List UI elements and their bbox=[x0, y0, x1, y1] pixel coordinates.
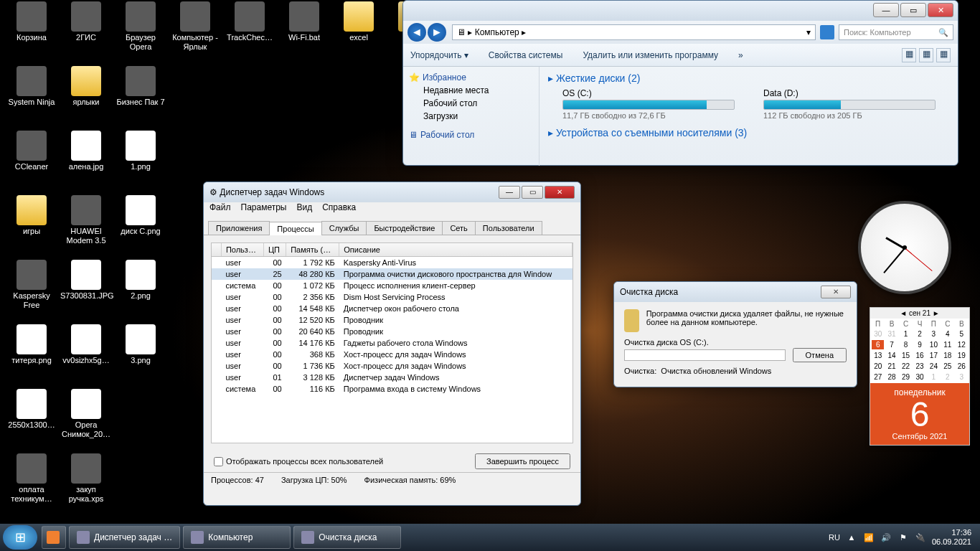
view-tiles-icon[interactable]: ▦ bbox=[902, 48, 916, 62]
cleanup-target: Очистка диска OS (C:). bbox=[624, 338, 847, 347]
maximize-button[interactable]: ▭ bbox=[900, 3, 926, 17]
clock[interactable]: 17:3606.09.2021 bbox=[932, 528, 971, 547]
desktop-icon[interactable]: 2550x1300… bbox=[6, 389, 57, 430]
calendar-day: 6 bbox=[870, 397, 969, 432]
toolbar-item[interactable]: Удалить или изменить программу bbox=[583, 50, 718, 60]
drive[interactable]: OS (C:)11,7 ГБ свободно из 72,6 ГБ bbox=[562, 88, 735, 120]
desktop-icon[interactable]: диск C.png bbox=[115, 195, 166, 236]
desktop-icon[interactable]: HUAWEI Modem 3.5 bbox=[60, 195, 112, 245]
desktop-icon[interactable]: титеря.png bbox=[6, 324, 57, 365]
desktop-icon[interactable]: алена.jpg bbox=[60, 131, 112, 171]
table-row[interactable]: user2548 280 КБПрограмма очистки дисково… bbox=[212, 268, 573, 280]
desktop-icon[interactable]: оплата техникум… bbox=[6, 453, 57, 504]
tab[interactable]: Быстродействие bbox=[366, 221, 443, 235]
table-row[interactable]: user002 356 КБDism Host Servicing Proces… bbox=[212, 291, 573, 303]
removable-section[interactable]: ▸ Устройства со съемными носителями (3) bbox=[548, 127, 949, 138]
desktop-icon[interactable]: 2.png bbox=[115, 260, 166, 301]
toolbar-item[interactable]: Упорядочить ▾ bbox=[410, 50, 468, 60]
desktop-icon[interactable]: игры bbox=[6, 195, 57, 236]
search-input[interactable]: Поиск: Компьютер 🔍 bbox=[839, 24, 953, 40]
desktop-icon[interactable]: CCleaner bbox=[6, 131, 57, 171]
desktop-icon[interactable]: System Ninja bbox=[6, 66, 57, 107]
back-button[interactable]: ◄ bbox=[407, 23, 426, 42]
desktop-icon[interactable]: Kaspersky Free bbox=[6, 260, 57, 310]
tab[interactable]: Службы bbox=[321, 221, 367, 235]
tab[interactable]: Приложения bbox=[208, 221, 270, 235]
table-row[interactable]: user0014 548 КБДиспетчер окон рабочего с… bbox=[212, 303, 573, 314]
start-button[interactable]: ⊞ bbox=[3, 525, 37, 550]
tab[interactable]: Процессы bbox=[269, 222, 321, 235]
cancel-button[interactable]: Отмена bbox=[793, 348, 847, 362]
table-row[interactable]: система001 072 КБПроцесс исполнения клие… bbox=[212, 280, 573, 291]
table-row[interactable]: user001 792 КБKaspersky Anti-Virus bbox=[212, 257, 573, 269]
desktop-icon[interactable]: Opera Снимок_20… bbox=[60, 389, 112, 439]
desktop-icon[interactable]: ярлыки bbox=[60, 66, 112, 107]
column-header[interactable] bbox=[212, 243, 221, 257]
menu-item[interactable]: Файл bbox=[209, 202, 231, 217]
toolbar-item[interactable]: Свойства системы bbox=[489, 50, 563, 60]
maximize-button[interactable]: ▭ bbox=[522, 186, 543, 199]
desktop-icon[interactable]: закуп ручка.xps bbox=[60, 453, 112, 504]
desktop-icon[interactable]: 3.png bbox=[115, 324, 166, 365]
power-icon[interactable]: 🔌 bbox=[915, 532, 926, 543]
desktop-icon[interactable]: Браузер Opera bbox=[115, 1, 166, 52]
tab[interactable]: Пользователи bbox=[475, 221, 542, 235]
hdd-section[interactable]: ▸ Жесткие диски (2) bbox=[548, 72, 949, 84]
desktop-icon[interactable]: Компьютер - Ярлык bbox=[169, 1, 221, 52]
table-row[interactable]: user001 736 КБХост-процесс для задач Win… bbox=[212, 360, 573, 372]
desktop-icon[interactable]: excel bbox=[333, 1, 385, 42]
end-process-button[interactable]: Завершить процесс bbox=[475, 453, 570, 469]
table-row[interactable]: user0012 520 КБПроводник bbox=[212, 314, 573, 326]
menu-item[interactable]: Вид bbox=[296, 202, 312, 217]
column-header[interactable]: Память (… bbox=[286, 243, 339, 257]
desktop-icon[interactable]: TrackChec… bbox=[224, 1, 275, 42]
table-row[interactable]: user013 128 КБДиспетчер задач Windows bbox=[212, 372, 573, 383]
desktop-icon[interactable]: Wi-Fi.bat bbox=[278, 1, 330, 42]
view-list-icon[interactable]: ▦ bbox=[919, 48, 933, 62]
menu-item[interactable]: Параметры bbox=[241, 202, 287, 217]
show-all-checkbox[interactable] bbox=[214, 457, 223, 466]
minimize-button[interactable]: — bbox=[499, 186, 520, 199]
forward-button[interactable]: ► bbox=[428, 23, 446, 42]
volume-icon[interactable]: 🔊 bbox=[880, 532, 892, 543]
desktop-icon[interactable]: vv0sizhx5g… bbox=[60, 324, 112, 365]
language-indicator[interactable]: RU bbox=[829, 533, 840, 542]
sidebar-item[interactable]: Недавние места bbox=[406, 84, 536, 97]
minimize-button[interactable]: — bbox=[873, 3, 899, 17]
table-row[interactable]: user00368 КБХост-процесс для задач Windo… bbox=[212, 349, 573, 360]
desktop-icon[interactable]: 1.png bbox=[115, 131, 166, 171]
column-header[interactable]: ЦП bbox=[263, 243, 286, 257]
favorites-header[interactable]: ⭐Избранное bbox=[406, 71, 536, 84]
address-bar[interactable]: 🖥 ▸ Компьютер ▸ ▾ bbox=[452, 24, 816, 40]
table-row[interactable]: user0014 176 КБГаджеты рабочего стола Wi… bbox=[212, 337, 573, 349]
taskbar-item[interactable]: Очистка диска bbox=[293, 526, 401, 549]
sidebar-item[interactable]: Рабочий стол bbox=[406, 97, 536, 110]
network-icon[interactable]: 📶 bbox=[863, 532, 875, 543]
cleanup-dialog: Очистка диска ✕ Программа очистки диска … bbox=[613, 281, 857, 387]
desktop-header[interactable]: 🖥Рабочий стол bbox=[406, 128, 536, 141]
close-button[interactable]: ✕ bbox=[821, 286, 851, 298]
close-button[interactable]: ✕ bbox=[545, 186, 575, 199]
pinned-mediaplayer[interactable] bbox=[42, 526, 66, 549]
toolbar-item[interactable]: » bbox=[738, 50, 743, 60]
taskbar-item[interactable]: Компьютер bbox=[183, 526, 291, 549]
column-header[interactable]: Описание bbox=[339, 243, 573, 257]
help-icon[interactable]: ▦ bbox=[936, 48, 951, 62]
action-center-icon[interactable]: ⚑ bbox=[897, 532, 909, 543]
desktop-icon[interactable]: 2ГИС bbox=[60, 1, 112, 42]
tab[interactable]: Сеть bbox=[442, 221, 475, 235]
menu-item[interactable]: Справка bbox=[322, 202, 356, 217]
refresh-button[interactable] bbox=[820, 25, 834, 39]
column-header[interactable]: Польз… bbox=[221, 243, 263, 257]
table-row[interactable]: user0020 640 КБПроводник bbox=[212, 326, 573, 337]
desktop-icon[interactable]: Бизнес Пак 7 bbox=[115, 66, 166, 107]
table-row[interactable]: система00116 КБПрограмма входа в систему… bbox=[212, 383, 573, 395]
drive[interactable]: Data (D:)112 ГБ свободно из 205 ГБ bbox=[763, 88, 936, 120]
desktop-icon[interactable]: Корзина bbox=[6, 1, 57, 42]
taskbar: ⊞ Диспетчер задач …КомпьютерОчистка диск… bbox=[0, 524, 980, 551]
taskbar-item[interactable]: Диспетчер задач … bbox=[69, 526, 180, 549]
tray-up-icon[interactable]: ▲ bbox=[846, 532, 857, 543]
close-button[interactable]: ✕ bbox=[928, 3, 953, 17]
desktop-icon[interactable]: S7300831.JPG bbox=[60, 260, 112, 301]
sidebar-item[interactable]: Загрузки bbox=[406, 110, 536, 123]
